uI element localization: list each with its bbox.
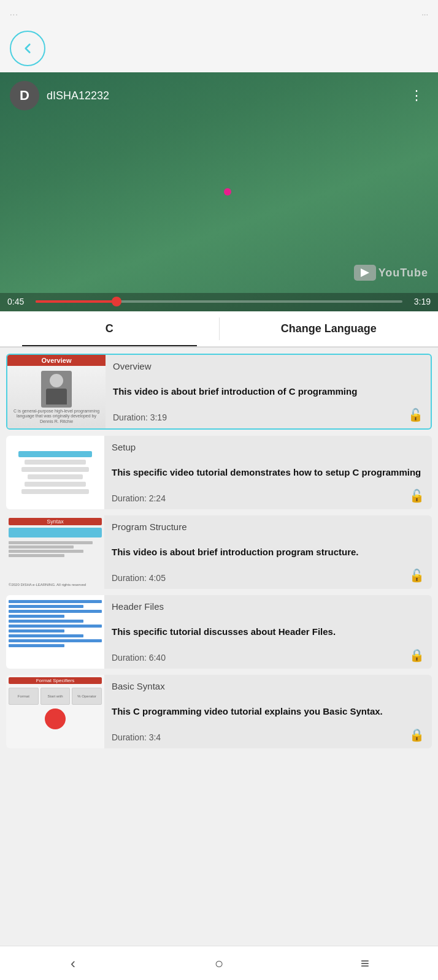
tab-c-label: C xyxy=(106,322,113,335)
thumb-person xyxy=(41,371,72,408)
lock-icon-basic-syntax: 🔒 xyxy=(409,727,425,742)
back-button[interactable] xyxy=(10,31,45,66)
status-bar-left: ... xyxy=(10,8,18,17)
nav-menu-button[interactable]: ≡ xyxy=(292,955,438,972)
video-title-program-structure: This video is about brief introduction p… xyxy=(112,546,425,558)
more-options-button[interactable]: ⋮ xyxy=(405,85,428,106)
tab-change-language[interactable]: Change Language xyxy=(220,311,439,346)
setup-bar3 xyxy=(21,467,89,472)
video-title-overview: This video is about brief introduction o… xyxy=(113,386,423,398)
basic-row: Format Start with % Operator xyxy=(9,688,102,705)
video-card-header-files-inner: Header Files This specific tutorial disc… xyxy=(104,595,432,669)
progress-fill xyxy=(36,300,117,303)
video-card-overview[interactable]: Overview C is general-purpose high-level… xyxy=(6,354,432,430)
video-list: Overview C is general-purpose high-level… xyxy=(0,348,438,795)
header-lines xyxy=(9,600,102,647)
status-bar-right: ... xyxy=(421,8,428,17)
video-category-basic-syntax: Basic Syntax xyxy=(112,681,425,691)
thumb-overview-text: C is general-purpose high-level programm… xyxy=(7,408,106,425)
channel-info: D dISHA12232 xyxy=(10,81,109,110)
video-category-header-files: Header Files xyxy=(112,601,425,612)
video-card-basic-syntax-inner: Basic Syntax This C programming video tu… xyxy=(104,675,432,748)
nav-menu-icon: ≡ xyxy=(361,955,369,972)
lock-icon-setup: 🔓 xyxy=(409,488,425,503)
basic-box1: Format xyxy=(9,688,39,705)
lock-icon-header-files: 🔒 xyxy=(409,648,425,663)
current-time: 0:45 xyxy=(7,297,29,306)
bottom-nav: ‹ ○ ≡ xyxy=(0,946,438,980)
progress-row: 0:45 3:19 xyxy=(7,297,431,306)
tab-c[interactable]: C xyxy=(0,311,219,346)
status-bar: ... ... xyxy=(0,0,438,25)
video-card-setup-inner: Setup This specific video tutorial demon… xyxy=(104,436,432,509)
basic-title: Format Specifiers xyxy=(9,677,102,684)
setup-bar4 xyxy=(28,474,83,479)
video-category-program-structure: Program Structure xyxy=(112,522,425,532)
setup-bar5 xyxy=(25,482,86,487)
nav-home-button[interactable]: ○ xyxy=(146,955,292,972)
basic-circle xyxy=(45,708,66,729)
progress-track[interactable] xyxy=(36,300,402,303)
video-controls[interactable]: 0:45 3:19 xyxy=(0,293,438,311)
setup-bar6 xyxy=(21,489,89,494)
setup-bar2 xyxy=(25,460,86,465)
video-title-header-files: This specific tutorial discusses about H… xyxy=(112,626,425,638)
nav-back-icon: ‹ xyxy=(71,955,75,972)
video-duration-overview: Duration: 3:19 xyxy=(113,412,423,422)
setup-bar1 xyxy=(18,451,92,457)
syntax-title: Syntax xyxy=(9,518,102,525)
video-title-setup: This specific video tutorial demonstrate… xyxy=(112,466,425,479)
thumbnail-overview: Overview C is general-purpose high-level… xyxy=(7,355,106,428)
youtube-watermark: YouTube xyxy=(354,265,428,281)
video-card-setup[interactable]: Setup This specific video tutorial demon… xyxy=(6,436,432,509)
video-info-program-structure: Program Structure This video is about br… xyxy=(104,515,432,589)
progress-thumb[interactable] xyxy=(112,297,121,306)
video-info-basic-syntax: Basic Syntax This C programming video tu… xyxy=(104,675,432,748)
syntax-lines xyxy=(9,541,102,557)
nav-back-button[interactable]: ‹ xyxy=(0,955,146,972)
basic-box3: % Operator xyxy=(72,688,102,705)
channel-name: dISHA12232 xyxy=(47,89,109,102)
bottom-padding xyxy=(6,754,432,789)
syntax-footer: ©2020 DISHA e-LEARNING. All rights reser… xyxy=(9,583,102,587)
syntax-block xyxy=(9,528,102,537)
video-duration: 3:19 xyxy=(409,297,431,306)
thumb-label-overview: Overview xyxy=(7,355,106,366)
video-card-basic-syntax[interactable]: Format Specifiers Format Start with % Op… xyxy=(6,675,432,748)
thumbnail-setup xyxy=(6,436,104,509)
video-info-overview: Overview This video is about brief intro… xyxy=(106,355,431,428)
video-card-overview-inner: Overview This video is about brief intro… xyxy=(106,355,431,428)
thumbnail-program-structure: Syntax ©2020 DISHA e-LEARNING. All right… xyxy=(6,515,104,589)
video-info-setup: Setup This specific video tutorial demon… xyxy=(104,436,432,509)
tab-change-language-label: Change Language xyxy=(281,322,377,335)
tab-row: C Change Language xyxy=(0,311,438,347)
video-category-overview: Overview xyxy=(113,361,423,371)
lock-icon-program-structure: 🔓 xyxy=(409,568,425,583)
nav-home-icon: ○ xyxy=(215,955,224,972)
youtube-text: YouTube xyxy=(378,267,428,279)
video-category-setup: Setup xyxy=(112,442,425,452)
video-duration-setup: Duration: 2:24 xyxy=(112,493,425,503)
thumbnail-header-files xyxy=(6,595,104,669)
video-card-header-files[interactable]: Header Files This specific tutorial disc… xyxy=(6,595,432,669)
video-top-bar: D dISHA12232 ⋮ xyxy=(0,72,438,119)
video-player[interactable]: D dISHA12232 ⋮ YouTube 0:45 3:19 xyxy=(0,72,438,311)
basic-box2: Start with xyxy=(40,688,71,705)
video-info-header-files: Header Files This specific tutorial disc… xyxy=(104,595,432,669)
video-duration-basic-syntax: Duration: 3:4 xyxy=(112,732,425,742)
back-button-row xyxy=(0,25,438,72)
video-title-basic-syntax: This C programming video tutorial explai… xyxy=(112,705,425,718)
video-duration-program-structure: Duration: 4:05 xyxy=(112,573,425,583)
channel-avatar: D xyxy=(10,81,39,110)
youtube-play-icon xyxy=(354,265,376,281)
lock-icon-overview: 🔓 xyxy=(408,408,423,422)
video-card-program-structure[interactable]: Syntax ©2020 DISHA e-LEARNING. All right… xyxy=(6,515,432,589)
thumbnail-basic-syntax: Format Specifiers Format Start with % Op… xyxy=(6,675,104,748)
video-duration-header-files: Duration: 6:40 xyxy=(112,653,425,663)
video-card-program-structure-inner: Program Structure This video is about br… xyxy=(104,515,432,589)
video-play-indicator xyxy=(224,188,231,196)
